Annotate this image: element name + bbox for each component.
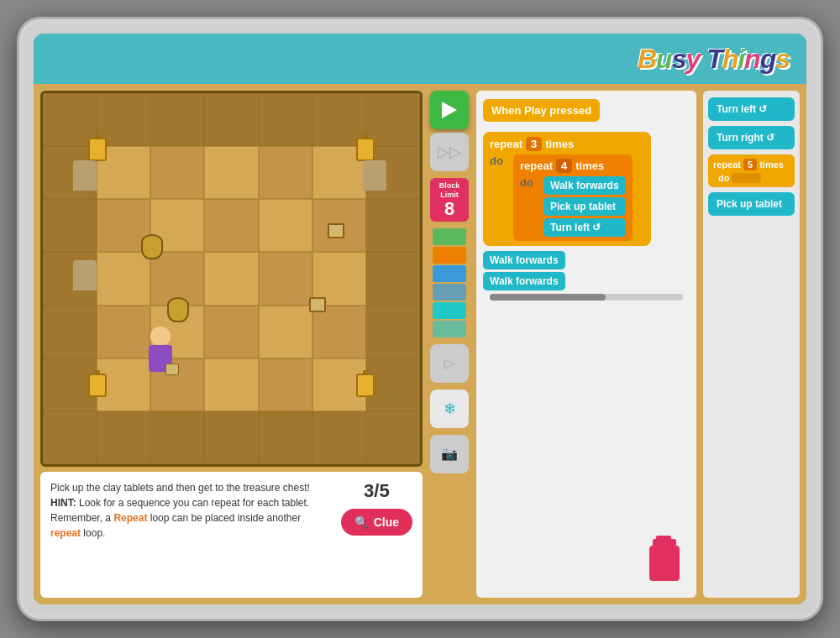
info-text-main: Pick up the clay tablets and then get to…: [50, 482, 310, 494]
color-block-orange: [433, 247, 466, 264]
camera-icon: 📷: [441, 446, 458, 462]
times-label-2: times: [575, 160, 604, 172]
grid-cell: [97, 306, 150, 358]
tablet-item: [309, 297, 326, 312]
block-limit-box: Block Limit 8: [430, 178, 469, 222]
turn-left-block: Turn left ↺: [543, 218, 626, 237]
grid-cell: [97, 252, 150, 305]
palette-repeat-times: times: [759, 160, 784, 170]
lantern: [356, 374, 375, 397]
held-tablet: [165, 363, 179, 375]
palette-repeat-label: repeat: [713, 160, 741, 170]
grid-cell: [366, 199, 420, 252]
tablet-screen: Busy Things: [34, 34, 806, 604]
snowflake-icon-button[interactable]: ❄: [430, 390, 469, 428]
settings-icon-button[interactable]: 📷: [430, 435, 469, 473]
grid-cell: [366, 411, 420, 464]
hint-label: HINT:: [50, 497, 76, 509]
search-icon: 🔍: [354, 515, 369, 529]
outer-repeat-header: repeat 3 times: [490, 137, 644, 151]
grid-cell: [43, 306, 97, 358]
palette-turn-left[interactable]: Turn left ↺: [708, 97, 795, 121]
repeat-label-1: repeat: [490, 138, 522, 150]
do-label-1: do: [490, 154, 507, 167]
palette-turn-right[interactable]: Turn right ↺: [708, 126, 795, 149]
tablet-item: [328, 223, 344, 238]
trash-icon[interactable]: [649, 546, 680, 581]
logo-letter: B: [638, 44, 656, 74]
step-button[interactable]: ▷▷: [430, 133, 469, 171]
scrollbar-thumb: [490, 294, 606, 301]
palette-pick-up-tablet[interactable]: Pick up tablet: [708, 192, 795, 216]
logo-letter: h: [722, 44, 738, 74]
inner-repeat-block: repeat 4 times do Walk forwards Pick up …: [513, 154, 633, 241]
repeat-label-2: repeat: [520, 160, 553, 172]
repeat-word-1: Repeat: [113, 512, 147, 524]
grid-cell: [204, 199, 258, 252]
snowflake-icon: ❄: [444, 400, 456, 418]
grid-cell: [259, 93, 312, 146]
logo-letter: s: [775, 44, 790, 74]
info-panel: Pick up the clay tablets and then get to…: [40, 472, 423, 598]
palette-turn-left-label: Turn left ↺: [717, 103, 767, 115]
grid-cell: [204, 411, 258, 464]
block-limit-number: 8: [433, 200, 465, 218]
grid-cell: [259, 252, 312, 305]
inner-repeat-header: repeat 4 times: [520, 159, 626, 173]
grid-cell: [259, 411, 312, 464]
outer-do-row: do repeat 4 times do: [490, 154, 644, 241]
inner-blocks: Walk forwards Pick up tablet Turn left ↺: [543, 176, 626, 237]
inner-do-row: do Walk forwards Pick up tablet Turn lef…: [520, 176, 626, 237]
right-panel: When Play pressed repeat 3 times do: [476, 91, 800, 598]
barrel: [167, 297, 189, 322]
grid-cell: [204, 358, 258, 411]
do-label-2: do: [520, 176, 537, 189]
palette-do-row: do: [718, 173, 790, 183]
player-character: [149, 327, 172, 372]
trash-area: [649, 546, 680, 581]
color-block-teal: [433, 302, 466, 319]
when-play-block: When Play pressed: [483, 99, 600, 122]
clue-button-label: Clue: [374, 515, 399, 529]
grid-cell: [97, 411, 150, 464]
middle-panel: ▷▷ Block Limit 8 ▷: [428, 91, 471, 598]
hint-text-2: loop can be placed inside another: [147, 512, 301, 524]
app-logo: Busy Things: [638, 44, 790, 75]
grid-cell: [312, 411, 366, 464]
blocks-palette: Turn left ↺ Turn right ↺ repeat 5 times: [703, 91, 800, 598]
logo-letter: g: [760, 44, 776, 74]
grid-cell: [204, 252, 258, 305]
code-workspace[interactable]: When Play pressed repeat 3 times do: [476, 91, 696, 598]
main-content: Pick up the clay tablets and then get to…: [34, 84, 806, 604]
walk-forwards-block-3: Walk forwards: [483, 272, 565, 290]
palette-turn-right-label: Turn right ↺: [717, 132, 774, 144]
palette-repeat-5[interactable]: repeat 5 times do: [708, 154, 795, 187]
step-arrows-icon: ▷▷: [438, 143, 461, 161]
logo-letter: y: [685, 44, 700, 74]
walk-forwards-block-1: Walk forwards: [543, 176, 626, 195]
play-button[interactable]: [430, 91, 469, 129]
left-panel: Pick up the clay tablets and then get to…: [40, 91, 423, 598]
grid-cell: [204, 93, 258, 146]
grid-cell: [43, 411, 97, 464]
tablet-frame: Busy Things: [17, 17, 823, 621]
character-head: [150, 327, 171, 345]
run-icon-button[interactable]: ▷: [430, 344, 469, 383]
character-body: [149, 345, 172, 372]
scrollbar[interactable]: [490, 294, 683, 301]
repeat-num-3: 3: [526, 137, 542, 151]
lantern: [88, 374, 107, 397]
lantern: [356, 138, 375, 161]
grid-cell: [150, 411, 204, 464]
grid-cell: [259, 306, 312, 358]
grid-cell: [259, 358, 312, 411]
clue-button[interactable]: 🔍 Clue: [341, 509, 412, 536]
color-block-blue2: [433, 284, 466, 301]
pick-up-tablet-block: Pick up tablet: [543, 197, 626, 216]
statue: [363, 160, 386, 191]
grid-cell: [204, 146, 258, 199]
grid-cell: [150, 93, 204, 146]
score-badge: 3/5: [364, 480, 390, 502]
color-block-green: [433, 228, 466, 245]
lantern: [88, 138, 107, 161]
